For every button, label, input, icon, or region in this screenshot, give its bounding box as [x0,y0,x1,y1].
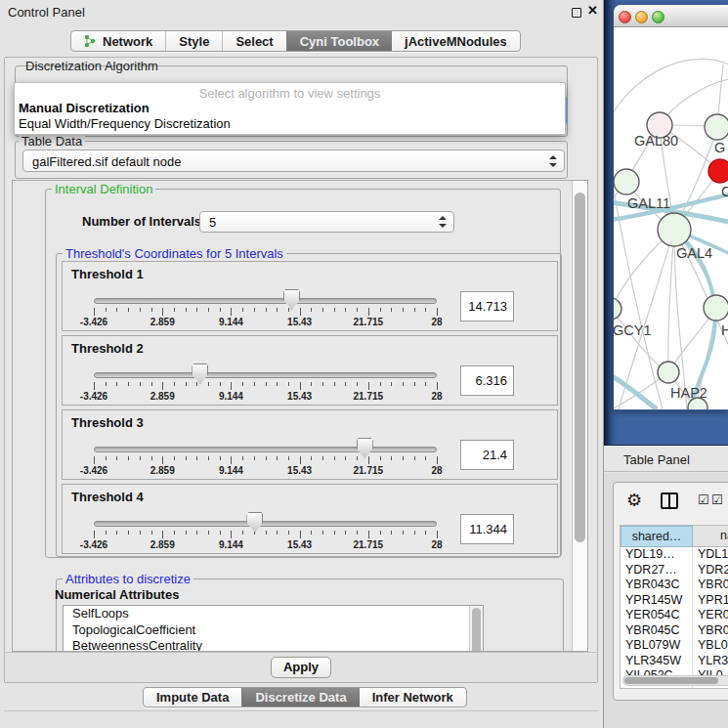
table-data-combobox[interactable]: galFiltered.sif default node [22,150,565,172]
tick-mark [391,531,392,535]
settings-scrollbar-thumb[interactable] [575,193,585,542]
close-icon[interactable]: ✕ [587,3,598,18]
tick-mark [231,382,232,390]
table-row[interactable]: YER054CYER0 [621,608,728,623]
tick-mark [414,456,415,460]
settings-scroll-area: Interval Definition Number of Intervals … [12,180,588,652]
threshold-value-field[interactable]: 6.316 [460,365,514,396]
tick-mark [151,382,152,386]
tick-mark [106,456,107,460]
checkbox-icon[interactable]: ☑ [711,492,723,507]
tick-label: 9.144 [209,391,252,402]
tick-mark [425,308,426,312]
network-edge [614,309,668,372]
close-traffic-light-icon[interactable] [619,11,631,23]
panel-divider [4,710,598,711]
tick-label: -3.426 [72,317,115,327]
tick-mark [254,382,255,386]
tick-mark [357,531,358,535]
tick-mark [403,382,404,386]
network-node-label: HAP2 [670,385,707,401]
network-node-g[interactable] [705,114,728,140]
table-h-scrollbar-thumb[interactable] [624,677,718,684]
network-node-gal11[interactable] [614,169,639,194]
table-row[interactable]: YLR345WYLR3 [621,654,728,669]
threshold-slider-thumb[interactable] [192,364,208,384]
tab-select[interactable]: Select [222,31,285,51]
list-scrollbar-thumb[interactable] [472,608,481,652]
tick-mark [242,308,243,312]
threshold-value-field[interactable]: 11.344 [460,514,514,544]
tab-cyni-toolbox[interactable]: Cyni Toolbox [286,31,392,51]
tick-mark [94,308,95,316]
tick-mark [162,308,163,316]
tick-mark [196,531,197,535]
table-data-label: Table Data [19,135,85,148]
network-window-titlebar [614,5,728,27]
float-window-icon[interactable] [572,8,581,18]
threshold-box-3: Threshold 3-3.4262.8599.14415.4321.71528… [62,409,558,480]
tick-label: 9.144 [209,317,252,327]
algorithm-option-manual-discretization[interactable]: Manual Discretization [19,101,150,115]
apply-button[interactable]: Apply [271,657,331,678]
table-panel-titlebar: Table Panel [604,447,728,472]
numerical-attributes-list[interactable]: SelfLoopsTopologicalCoefficientBetweenne… [63,605,484,652]
threshold-label: Threshold 4 [71,490,144,504]
table-row[interactable]: YPR145WYPR1 [621,593,728,609]
list-scrollbar[interactable] [469,606,483,652]
tick-mark [425,531,426,535]
threshold-value-field[interactable]: 21.4 [460,440,514,470]
split-pane-icon[interactable] [661,492,678,509]
threshold-box-4: Threshold 4-3.4262.8599.14415.4321.71528… [62,484,558,554]
cell-shared-name: YDL19… [625,547,675,561]
tick-mark [345,531,346,535]
tick-mark [162,531,163,538]
network-node-h[interactable] [704,295,728,321]
network-node-gal4[interactable] [658,213,691,246]
table-row[interactable]: YDL19…YDL1 [621,547,728,563]
threshold-value-field[interactable]: 14.713 [460,291,514,321]
tab-network[interactable]: Network [71,31,165,51]
attribute-list-item[interactable]: SelfLoops [64,606,483,622]
threshold-slider-thumb[interactable] [283,289,300,310]
zoom-traffic-light-icon[interactable] [652,11,664,23]
network-canvas[interactable]: GAL80GCGAL11GAL4GCY1HHAP2 [614,27,728,409]
tab-impute-data[interactable]: Impute Data [144,688,241,707]
threshold-slider-thumb[interactable] [246,512,263,533]
attribute-list-item[interactable]: TopologicalCoefficient [64,622,483,639]
tick-label: 15.43 [278,317,321,327]
column-header-name[interactable]: na [693,526,728,547]
checkbox-icon[interactable]: ☑ [698,492,709,507]
tick-mark [174,382,175,386]
threshold-slider-track[interactable] [94,521,437,527]
table-h-scrollbar[interactable] [622,675,728,686]
network-node-label: GAL4 [676,245,712,261]
network-node-hap2[interactable] [658,362,679,383]
tick-mark [151,308,152,312]
threshold-slider-track[interactable] [94,447,437,452]
network-node-c[interactable] [708,159,728,183]
tab-jactivemnodules[interactable]: jActiveMNodules [392,31,520,51]
tab-infer-network[interactable]: Infer Network [360,688,466,707]
network-node-gcy1[interactable] [614,298,621,320]
tick-mark [322,531,323,535]
tick-mark [128,382,129,386]
column-header-shared[interactable]: shared… [621,526,693,547]
tick-mark [311,456,312,460]
tab-discretize-data[interactable]: Discretize Data [241,688,359,707]
table-row[interactable]: YBR045CYBR0 [621,623,728,639]
tick-mark [380,531,381,535]
table-row[interactable]: YBL079WYBL0 [621,638,728,654]
attribute-list-item[interactable]: BetweennessCentrality [64,638,483,652]
table-row[interactable]: YDR27…YDR2 [621,563,728,578]
tab-style[interactable]: Style [165,31,222,51]
settings-scrollbar[interactable] [572,181,587,651]
threshold-slider-track[interactable] [94,372,437,378]
threshold-slider-thumb[interactable] [357,438,373,458]
gear-icon[interactable]: ⚙ [626,490,642,511]
number-of-intervals-combobox[interactable]: 5 [199,211,454,233]
minimize-traffic-light-icon[interactable] [635,11,648,23]
algorithm-option-equal-width-frequency-discretization[interactable]: Equal Width/Frequency Discretization [19,116,231,131]
table-row[interactable]: YBR043CYBR0 [621,578,728,593]
threshold-slider-track[interactable] [94,298,437,304]
